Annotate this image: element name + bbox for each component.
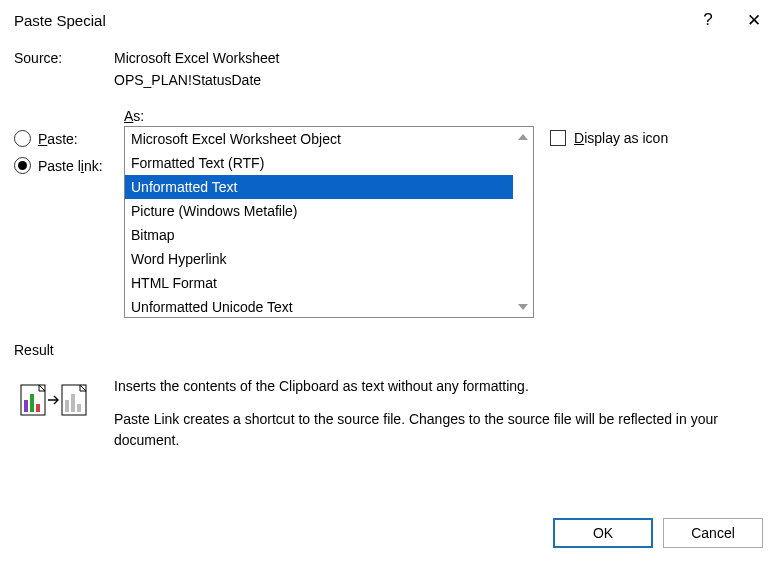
list-item[interactable]: Unformatted Text xyxy=(125,175,513,199)
radio-icon xyxy=(14,130,31,147)
source-ref: OPS_PLAN!StatusDate xyxy=(114,72,763,88)
close-icon: ✕ xyxy=(747,10,761,31)
dialog-title: Paste Special xyxy=(14,12,106,29)
svg-rect-3 xyxy=(36,404,40,412)
radio-paste-label: Paste: xyxy=(38,131,78,147)
svg-rect-5 xyxy=(65,400,69,412)
scrollbar[interactable] xyxy=(513,127,533,317)
display-as-icon-checkbox[interactable]: Display as icon xyxy=(550,130,763,146)
result-line1: Inserts the contents of the Clipboard as… xyxy=(114,376,763,397)
list-item[interactable]: Bitmap xyxy=(125,223,513,247)
svg-rect-6 xyxy=(71,394,75,412)
result-heading: Result xyxy=(14,342,763,358)
help-button[interactable]: ? xyxy=(685,0,731,40)
source-label: Source: xyxy=(14,50,114,94)
scroll-down-icon[interactable] xyxy=(513,297,533,317)
list-item[interactable]: Unformatted Unicode Text xyxy=(125,295,513,317)
titlebar: Paste Special ? ✕ xyxy=(0,0,777,40)
display-as-icon-label: Display as icon xyxy=(574,130,668,146)
radio-paste-link-label: Paste link: xyxy=(38,158,103,174)
cancel-button[interactable]: Cancel xyxy=(663,518,763,548)
close-button[interactable]: ✕ xyxy=(731,0,777,40)
scroll-up-icon[interactable] xyxy=(513,127,533,147)
source-app: Microsoft Excel Worksheet xyxy=(114,50,763,66)
radio-paste-link[interactable]: Paste link: xyxy=(14,157,114,174)
radio-paste[interactable]: Paste: xyxy=(14,130,114,147)
svg-rect-1 xyxy=(24,400,28,412)
list-item[interactable]: Microsoft Excel Worksheet Object xyxy=(125,127,513,151)
svg-rect-2 xyxy=(30,394,34,412)
as-label: As: xyxy=(124,108,534,124)
checkbox-icon xyxy=(550,130,566,146)
list-item[interactable]: Picture (Windows Metafile) xyxy=(125,199,513,223)
result-icon xyxy=(14,376,114,418)
as-listbox[interactable]: Microsoft Excel Worksheet Object Formatt… xyxy=(124,126,534,318)
result-line2: Paste Link creates a shortcut to the sou… xyxy=(114,409,763,451)
svg-rect-7 xyxy=(77,404,81,412)
list-item[interactable]: HTML Format xyxy=(125,271,513,295)
radio-icon xyxy=(14,157,31,174)
ok-button[interactable]: OK xyxy=(553,518,653,548)
help-icon: ? xyxy=(703,10,712,30)
list-item[interactable]: Formatted Text (RTF) xyxy=(125,151,513,175)
as-list-items: Microsoft Excel Worksheet Object Formatt… xyxy=(125,127,513,317)
list-item[interactable]: Word Hyperlink xyxy=(125,247,513,271)
